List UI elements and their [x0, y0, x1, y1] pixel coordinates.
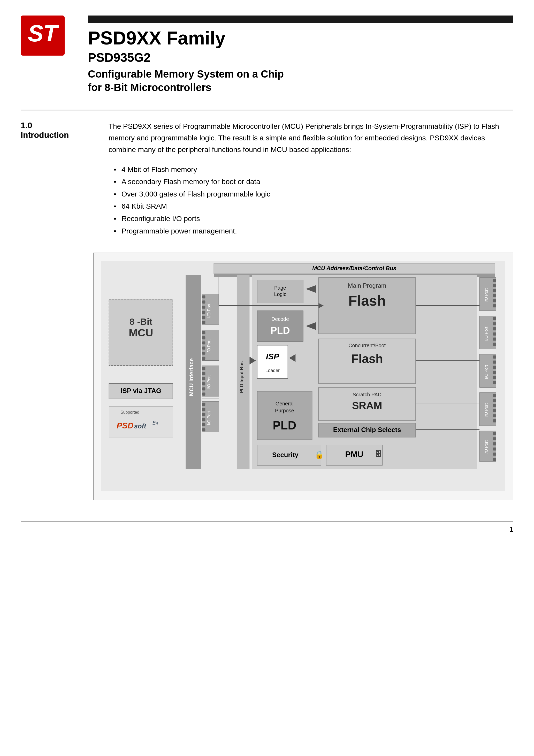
svg-text:ISP: ISP	[266, 352, 280, 361]
list-item: Over 3,000 gates of Flash programmable l…	[114, 188, 513, 201]
svg-rect-102	[493, 342, 496, 346]
svg-text:PMU: PMU	[345, 450, 363, 459]
svg-text:MCU Address/Data/Control Bus: MCU Address/Data/Control Bus	[312, 265, 396, 271]
svg-rect-97	[493, 317, 496, 320]
svg-rect-22	[202, 306, 205, 309]
section-label: 1.0 Introduction	[21, 121, 93, 140]
svg-rect-77	[257, 391, 312, 440]
svg-rect-29	[202, 337, 205, 339]
svg-rect-118	[493, 419, 496, 422]
logo-container: ST	[21, 15, 67, 57]
svg-rect-98	[493, 322, 496, 325]
svg-text:ISP via JTAG: ISP via JTAG	[120, 387, 161, 394]
svg-rect-116	[493, 409, 496, 412]
svg-rect-39	[202, 382, 205, 386]
svg-text:MCU Interface: MCU Interface	[188, 358, 195, 396]
section-number: 1.0	[21, 121, 93, 130]
block-diagram-svg: MCU Address/Data/Control Bus 8 -Bit MCU …	[101, 261, 505, 491]
svg-rect-46	[202, 413, 205, 416]
svg-text:I/O Port: I/O Port	[484, 440, 489, 454]
intro-paragraph: The PSD9XX series of Programmable Microc…	[109, 121, 513, 155]
svg-rect-126	[493, 458, 496, 461]
svg-rect-48	[202, 423, 205, 426]
product-model-title: PSD935G2	[88, 50, 513, 65]
footer: 1	[21, 521, 513, 534]
svg-rect-25	[202, 321, 205, 324]
svg-rect-70	[257, 345, 288, 379]
svg-rect-93	[493, 299, 496, 302]
svg-rect-30	[202, 341, 205, 345]
svg-text:Decode: Decode	[271, 316, 289, 322]
svg-rect-90	[493, 284, 496, 287]
svg-rect-110	[493, 381, 496, 384]
section-body: The PSD9XX series of Programmable Microc…	[109, 121, 513, 237]
list-item: 64 Kbit SRAM	[114, 200, 513, 212]
svg-rect-47	[202, 418, 205, 421]
svg-text:I/O Port: I/O Port	[484, 288, 489, 303]
header-text: PSD9XX Family PSD935G2 Configurable Memo…	[88, 15, 513, 94]
svg-rect-121	[493, 432, 496, 435]
section-title: Introduction	[21, 130, 69, 140]
svg-rect-32	[202, 352, 205, 355]
svg-rect-115	[493, 404, 496, 407]
list-item: Reconfigurable I/O ports	[114, 212, 513, 225]
svg-text:I/O Port: I/O Port	[484, 403, 489, 418]
svg-rect-49	[202, 428, 205, 432]
svg-text:Concurrent/Boot: Concurrent/Boot	[348, 342, 386, 348]
page-number: 1	[509, 526, 513, 534]
svg-rect-91	[493, 289, 496, 292]
svg-text:I/O Port: I/O Port	[484, 365, 489, 379]
svg-rect-38	[202, 377, 205, 380]
svg-rect-113	[493, 394, 496, 397]
list-item: 4 Mbit of Flash memory	[114, 163, 513, 176]
svg-text:PLD: PLD	[273, 419, 296, 432]
svg-rect-108	[493, 371, 496, 374]
svg-rect-99	[493, 327, 496, 331]
svg-rect-45	[202, 408, 205, 411]
svg-rect-28	[202, 331, 205, 334]
svg-text:Purpose: Purpose	[275, 408, 294, 414]
svg-text:I/O Port: I/O Port	[484, 327, 489, 341]
svg-text:Loader: Loader	[265, 368, 280, 373]
product-family-title: PSD9XX Family	[88, 28, 513, 48]
svg-text:I/O Port: I/O Port	[207, 375, 211, 390]
svg-text:External Chip Selects: External Chip Selects	[333, 426, 401, 433]
svg-rect-24	[202, 316, 205, 319]
svg-rect-33	[202, 357, 205, 360]
svg-rect-114	[493, 399, 496, 402]
svg-text:I/O Port: I/O Port	[207, 304, 211, 318]
svg-rect-106	[493, 361, 496, 364]
product-description-text: Configurable Memory System on a Chipfor …	[88, 67, 513, 94]
svg-rect-101	[493, 338, 496, 341]
svg-text:PLD Input Bus: PLD Input Bus	[239, 362, 244, 393]
svg-text:Logic: Logic	[274, 292, 286, 297]
svg-rect-92	[493, 294, 496, 297]
svg-text:Page: Page	[274, 285, 286, 291]
top-decorative-bar	[88, 15, 513, 23]
svg-rect-31	[202, 346, 205, 350]
svg-rect-122	[493, 437, 496, 440]
feature-list: 4 Mbit of Flash memory A secondary Flash…	[114, 163, 513, 237]
svg-text:Flash: Flash	[351, 352, 383, 366]
svg-text:I/O Port: I/O Port	[207, 339, 211, 354]
svg-text:ST: ST	[28, 20, 59, 46]
svg-rect-40	[202, 387, 205, 391]
svg-text:Supported: Supported	[120, 410, 139, 415]
svg-rect-125	[493, 453, 496, 456]
svg-text:SRAM: SRAM	[352, 400, 382, 411]
svg-rect-23	[202, 311, 205, 314]
svg-text:MCU: MCU	[129, 327, 153, 339]
st-logo-icon: ST	[21, 15, 65, 56]
svg-rect-94	[493, 304, 496, 308]
svg-text:Security: Security	[272, 451, 299, 458]
svg-rect-44	[202, 403, 205, 406]
section-divider	[21, 110, 513, 110]
svg-rect-124	[493, 447, 496, 451]
svg-rect-36	[202, 367, 205, 370]
svg-text:Scratch PAD: Scratch PAD	[353, 392, 382, 397]
svg-text:Ex: Ex	[152, 420, 159, 425]
svg-text:Flash: Flash	[348, 293, 386, 309]
svg-text:PLD: PLD	[270, 325, 290, 336]
svg-text:I/O Port: I/O Port	[207, 411, 211, 425]
content-section: 1.0 Introduction The PSD9XX series of Pr…	[21, 121, 513, 237]
